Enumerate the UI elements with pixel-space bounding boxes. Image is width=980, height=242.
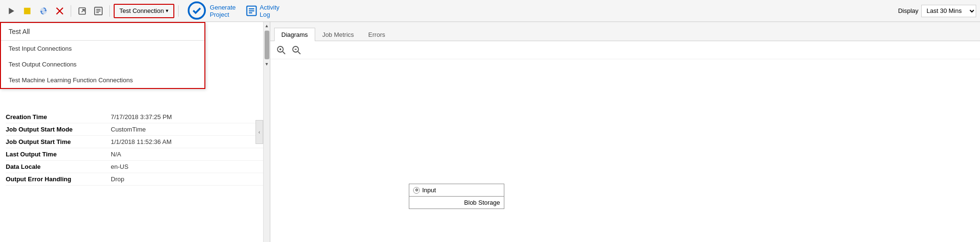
toolbar: Test Connection ▾ Generate Project Activ… (0, 0, 980, 22)
prop-key-output-start-mode: Job Output Start Mode (6, 126, 111, 133)
zoom-in-icon (277, 45, 286, 55)
stop-button[interactable] (20, 4, 34, 18)
export-icon (78, 7, 86, 15)
display-selector: Display Last 30 Mins Last 1 Hour Last 6 … (898, 5, 976, 17)
prop-row-error-handling: Output Error Handling Drop (6, 173, 264, 186)
activity-log-icon (245, 5, 257, 17)
dropdown-item-test-output[interactable]: Test Output Connections (1, 56, 204, 72)
left-scrollbar: ▲ ▼ (263, 22, 270, 242)
prop-row-output-start-mode: Job Output Start Mode CustomTime (6, 123, 264, 136)
test-connection-button[interactable]: Test Connection ▾ (114, 4, 174, 18)
zoom-in-button[interactable] (275, 44, 288, 56)
activity-log-label: Activity Log (260, 4, 279, 18)
edit-button[interactable] (91, 4, 106, 18)
prop-value-creation-time: 7/17/2018 3:37:25 PM (111, 113, 172, 121)
prop-key-data-locale: Data Locale (6, 163, 111, 170)
tabs-bar: Diagrams Job Metrics Errors (270, 22, 980, 41)
tab-diagrams[interactable]: Diagrams (274, 28, 315, 41)
scroll-thumb[interactable] (265, 31, 269, 59)
generate-project-icon (186, 0, 207, 21)
zoom-out-button[interactable] (290, 44, 303, 56)
blob-storage-node[interactable]: ⚙ Input Blob Storage (409, 184, 504, 209)
close-icon (55, 7, 64, 15)
prop-value-last-output-time: N/A (111, 151, 121, 158)
right-panel: Diagrams Job Metrics Errors (270, 22, 980, 242)
close-button[interactable] (53, 4, 67, 18)
svg-line-19 (283, 52, 285, 54)
generate-project-label: Generate Project (210, 4, 235, 18)
prop-value-data-locale: en-US (111, 163, 128, 170)
dropdown-item-test-input[interactable]: Test Input Connections (1, 41, 204, 56)
export-button[interactable] (75, 4, 89, 18)
node-icon: ⚙ (413, 187, 420, 194)
display-select-input[interactable]: Last 30 Mins Last 1 Hour Last 6 Hours La… (921, 5, 976, 17)
refresh-icon (39, 7, 48, 15)
properties-panel: Creation Time 7/17/2018 3:37:25 PM Job O… (0, 107, 270, 242)
refresh-button[interactable] (36, 4, 51, 18)
prop-key-error-handling: Output Error Handling (6, 176, 111, 183)
prop-value-output-start-time: 1/1/2018 11:52:36 AM (111, 138, 171, 145)
prop-value-error-handling: Drop (111, 176, 124, 183)
blob-node-subtitle: Blob Storage (464, 199, 500, 206)
prop-key-output-start-time: Job Output Start Time (6, 138, 111, 145)
play-icon (7, 7, 15, 15)
prop-row-output-start-time: Job Output Start Time 1/1/2018 11:52:36 … (6, 136, 264, 148)
dropdown-item-test-ml[interactable]: Test Machine Learning Function Connectio… (1, 72, 204, 88)
left-panel: Test All Test Input Connections Test Out… (0, 22, 270, 242)
test-connection-label: Test Connection (119, 7, 164, 14)
blob-node-header: ⚙ Input (409, 184, 504, 197)
test-connection-dropdown: Test All Test Input Connections Test Out… (0, 22, 205, 89)
diagram-toolbar (270, 41, 980, 59)
display-label-text: Display (898, 7, 918, 14)
scroll-up-arrow[interactable]: ▲ (264, 22, 270, 30)
blob-node-body: Blob Storage (409, 197, 504, 209)
blob-node-title: Input (422, 187, 436, 194)
tab-errors[interactable]: Errors (361, 28, 392, 41)
prop-row-creation-time: Creation Time 7/17/2018 3:37:25 PM (6, 111, 264, 123)
toolbar-separator-1 (71, 5, 71, 17)
prop-key-last-output-time: Last Output Time (6, 151, 111, 158)
toolbar-separator-3 (178, 5, 179, 17)
stop-icon (23, 7, 32, 15)
toolbar-separator-2 (109, 5, 110, 17)
svg-rect-1 (24, 8, 31, 14)
prop-row-last-output-time: Last Output Time N/A (6, 148, 264, 161)
scroll-down-arrow[interactable]: ▼ (264, 60, 270, 68)
collapse-panel-button[interactable]: ‹ (256, 120, 263, 144)
play-button[interactable] (4, 4, 18, 18)
main-content: Test All Test Input Connections Test Out… (0, 22, 980, 242)
diagram-canvas: ⚙ Input Blob Storage (270, 59, 980, 242)
activity-log-link[interactable]: Activity Log (242, 2, 283, 20)
svg-marker-0 (9, 8, 14, 14)
zoom-out-icon (292, 45, 301, 55)
prop-key-creation-time: Creation Time (6, 113, 111, 121)
generate-project-link[interactable]: Generate Project (182, 0, 239, 23)
prop-row-data-locale: Data Locale en-US (6, 161, 264, 173)
tab-job-metrics[interactable]: Job Metrics (315, 28, 361, 41)
edit-icon (94, 7, 103, 15)
svg-line-22 (298, 52, 300, 54)
dropdown-item-test-all[interactable]: Test All (1, 23, 204, 41)
test-connection-arrow: ▾ (166, 8, 169, 14)
prop-value-output-start-mode: CustomTime (111, 126, 146, 133)
